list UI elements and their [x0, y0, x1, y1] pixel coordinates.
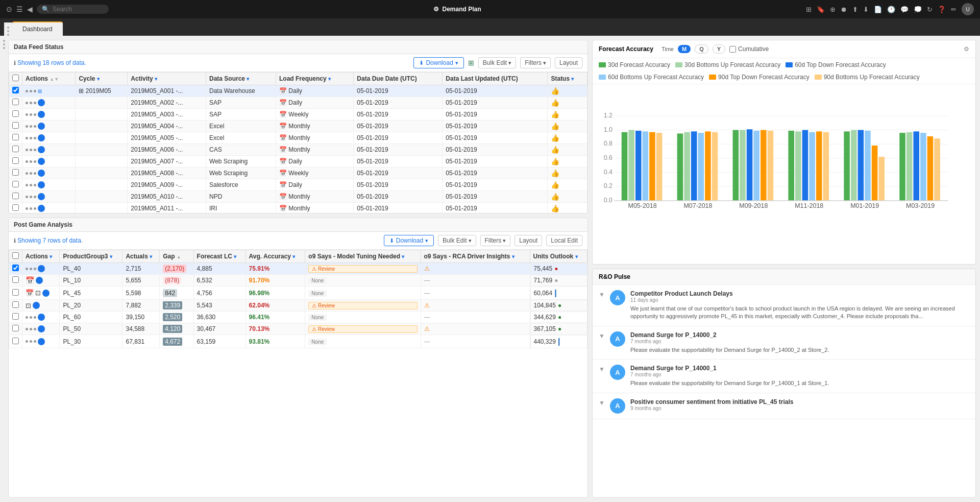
- clock-icon[interactable]: 🕐: [887, 6, 895, 13]
- record-icon[interactable]: ⏺: [841, 6, 847, 13]
- search-input[interactable]: [53, 6, 104, 13]
- filters-button-feed[interactable]: Filters ▾: [520, 57, 551, 68]
- edit-icon[interactable]: ✏: [951, 6, 957, 13]
- table-row[interactable]: 2019M05_A009 -... Salesforce 📅 Daily 05-…: [9, 179, 587, 191]
- layout-button-feed[interactable]: Layout: [555, 57, 582, 68]
- local-edit-button-post[interactable]: Local Edit: [546, 235, 582, 246]
- table-row[interactable]: 2019M05_A010 -... NPD 📅 Monthly 05-01-20…: [9, 191, 587, 203]
- add-icon[interactable]: ⊕: [830, 6, 836, 13]
- table-row[interactable]: 2019M05_A011 -... IRI 📅 Monthly 05-01-20…: [9, 203, 587, 213]
- rao-collapse-icon[interactable]: ▼: [599, 366, 605, 387]
- layout-button-post[interactable]: Layout: [514, 235, 542, 246]
- row-checkbox[interactable]: [12, 338, 19, 344]
- row-checkbox[interactable]: [12, 181, 19, 187]
- message-icon[interactable]: 💬: [900, 6, 909, 13]
- cell-frequency: 📅 Daily: [276, 156, 354, 168]
- search-box[interactable]: 🔍: [37, 5, 109, 14]
- chat-icon[interactable]: 💭: [914, 6, 922, 13]
- cell-duedate: 05-01-2019: [354, 144, 443, 156]
- time-btn-y[interactable]: Y: [713, 44, 725, 54]
- svg-text:0.6: 0.6: [604, 154, 612, 161]
- pg-col-actions: Actions ▾: [22, 250, 60, 263]
- grid-icon[interactable]: ⊞: [806, 6, 812, 13]
- time-btn-q[interactable]: Q: [695, 44, 708, 54]
- table-row[interactable]: 2019M05_A003 -... SAP 📅 Weekly 05-01-201…: [9, 109, 587, 121]
- bulk-edit-button-feed[interactable]: Bulk Edit ▾: [478, 57, 516, 68]
- rao-collapse-icon[interactable]: ▼: [599, 332, 605, 354]
- row-checkbox[interactable]: [12, 265, 19, 271]
- warning-icon: ⚠: [424, 302, 430, 309]
- row-checkbox[interactable]: [12, 134, 19, 140]
- cell-activity: 2019M05_A008 -...: [128, 168, 206, 179]
- blue-dot-icon: [42, 290, 50, 297]
- table-row[interactable]: PL_60 39,150 2,520 36,630 96.41% None — …: [9, 312, 587, 323]
- row-checkbox[interactable]: [12, 99, 19, 105]
- chart-bar: [920, 133, 926, 201]
- table-row[interactable]: ⊡ PL_20 7,882 2,339 5,543 62.04% ⚠ Revie…: [9, 300, 587, 312]
- tab-bar: Dashboard: [0, 18, 980, 36]
- back-icon[interactable]: ◀: [27, 5, 33, 13]
- download-button-feed[interactable]: ⬇ Download ▾: [413, 57, 463, 68]
- table-row[interactable]: 2019M05_A005 -... Excel 📅 Monthly 05-01-…: [9, 132, 587, 144]
- user-avatar[interactable]: U: [962, 3, 974, 15]
- table-row[interactable]: 2019M05_A004 -... Excel 📅 Monthly 05-01-…: [9, 121, 587, 132]
- row-checkbox[interactable]: [12, 313, 19, 320]
- row-checkbox[interactable]: [12, 110, 19, 117]
- row-checkbox[interactable]: [12, 146, 19, 152]
- table-row[interactable]: PL_40 2,715 (2,170) 4,885 75.91% ⚠ Revie…: [9, 263, 587, 275]
- download-button-post[interactable]: ⬇ Download ▾: [384, 235, 434, 246]
- legend-item: 90d Bottoms Up Forecast Accuracy: [815, 74, 920, 81]
- table-row[interactable]: 📅 PL_10 5,655 (878) 6,532 91.70% None — …: [9, 275, 587, 286]
- row-checkbox[interactable]: [12, 169, 19, 176]
- tab-dashboard[interactable]: Dashboard: [12, 21, 63, 36]
- row-checkbox[interactable]: [12, 193, 19, 199]
- post-game-table-scroll[interactable]: Actions ▾ ProductGroup3 ▾ Actuals ▾ Gap …: [9, 250, 587, 497]
- cell-actions: [22, 203, 76, 213]
- table-row[interactable]: 📅⊡ PL_45 5,598 842 4,756 96.98% None — 6…: [9, 286, 587, 300]
- help-icon[interactable]: ❓: [938, 6, 946, 13]
- row-checkbox[interactable]: [12, 204, 19, 211]
- table-row[interactable]: 2019M05_A006 -... CAS 📅 Monthly 05-01-20…: [9, 144, 587, 156]
- chart-bar: [768, 131, 774, 201]
- data-feed-table: Actions ▲▼ Cycle ▾ Activity ▾ Data Sourc…: [9, 72, 587, 213]
- filters-button-post[interactable]: Filters ▾: [480, 235, 511, 246]
- expand-icon[interactable]: ⊞: [38, 88, 42, 94]
- row-checkbox[interactable]: [12, 122, 19, 129]
- download-nav-icon[interactable]: ⬇: [863, 6, 869, 13]
- bulk-edit-button-post[interactable]: Bulk Edit ▾: [438, 235, 476, 246]
- data-feed-table-scroll[interactable]: Actions ▲▼ Cycle ▾ Activity ▾ Data Sourc…: [9, 72, 587, 213]
- cell-tuning: ⚠ Review: [305, 323, 421, 335]
- row-checkbox[interactable]: [12, 87, 19, 93]
- table-row[interactable]: 2019M05_A002 -... SAP 📅 Daily 05-01-2019…: [9, 97, 587, 109]
- row-checkbox[interactable]: [12, 276, 19, 283]
- document-icon[interactable]: 📄: [874, 6, 882, 13]
- menu-icon[interactable]: ☰: [16, 5, 23, 13]
- row-checkbox[interactable]: [12, 301, 19, 308]
- table-row[interactable]: PL_30 67,831 4,672 63,159 93.81% None — …: [9, 335, 587, 348]
- row-checkbox[interactable]: [12, 289, 19, 296]
- rao-collapse-icon[interactable]: ▼: [599, 399, 605, 414]
- select-all-checkbox-feed[interactable]: [12, 75, 19, 81]
- table-row[interactable]: ⊞ ⊞ 2019M05 2019M05_A001 -... Data Wareh…: [9, 85, 587, 97]
- x-axis-label: M05-2018: [628, 202, 657, 209]
- post-game-table: Actions ▾ ProductGroup3 ▾ Actuals ▾ Gap …: [9, 250, 587, 348]
- time-btn-m[interactable]: M: [678, 45, 691, 53]
- row-checkbox[interactable]: [12, 325, 19, 331]
- table-row[interactable]: 2019M05_A007 -... Web Scraping 📅 Daily 0…: [9, 156, 587, 168]
- select-all-checkbox-post[interactable]: [12, 252, 19, 259]
- table-row[interactable]: 2019M05_A008 -... Web Scraping 📅 Weekly …: [9, 168, 587, 179]
- bookmark-icon[interactable]: 🔖: [817, 6, 825, 13]
- chart-bar: [643, 131, 649, 201]
- excel-icon[interactable]: ⊞: [468, 59, 474, 67]
- row-checkbox[interactable]: [12, 157, 19, 164]
- cell-duedate: 05-01-2019: [354, 109, 443, 121]
- rao-collapse-icon[interactable]: ▼: [599, 291, 605, 321]
- upload-icon[interactable]: ⬆: [852, 6, 858, 13]
- settings-icon[interactable]: ⚙: [964, 45, 969, 53]
- chart-bar: [677, 133, 683, 200]
- table-row[interactable]: PL_50 34,588 4,120 30,467 70.13% ⚠ Revie…: [9, 323, 587, 335]
- cumulative-checkbox[interactable]: [729, 46, 736, 53]
- app-logo-icon[interactable]: ⊙: [6, 5, 12, 13]
- cell-outlook: 367,105 ●: [530, 323, 587, 334]
- refresh-icon[interactable]: ↻: [927, 6, 933, 13]
